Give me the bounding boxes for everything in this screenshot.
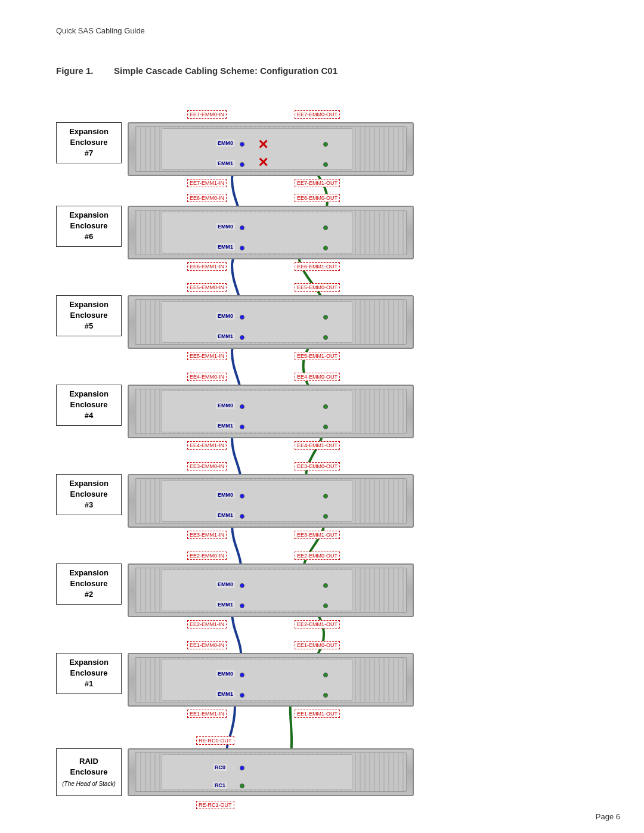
ee1-body: EMM0 EMM1 <box>128 653 414 707</box>
ee1-label: ExpansionEnclosure#1 <box>56 653 122 694</box>
ee2-label: ExpansionEnclosure#2 <box>56 563 122 605</box>
ee5-label: ExpansionEnclosure#5 <box>56 295 122 336</box>
raid-body: RC0 RC1 <box>128 748 414 796</box>
ee6-label: ExpansionEnclosure#6 <box>56 206 122 247</box>
figure-title: Simple Cascade Cabling Scheme: Configura… <box>114 66 338 76</box>
raid-label: RAIDEnclosure (The Head of Stack) <box>56 748 122 796</box>
ee5-body: EMM0 EMM1 <box>128 295 414 349</box>
ee3-body: EMM0 EMM1 <box>128 474 414 528</box>
ee7-body: EMM0 EMM1 ✕ ✕ <box>128 122 414 176</box>
ee2-body: EMM0 EMM1 <box>128 563 414 617</box>
figure-number: Figure 1. <box>56 66 94 76</box>
ee7-emm1-right-port <box>323 162 328 167</box>
ee4-label: ExpansionEnclosure#4 <box>56 385 122 426</box>
ee7-emm0-left-port <box>240 142 244 147</box>
figure-title-area: Figure 1. Simple Cascade Cabling Scheme:… <box>56 66 338 76</box>
ee7-x0: ✕ <box>258 137 268 153</box>
ee7-emm1-left-port <box>240 162 244 167</box>
diagram-area: EE7-EMM0-IN EE7-EMM0-OUT ExpansionEnclos… <box>56 92 588 814</box>
ee7-panel: EMM0 EMM1 ✕ ✕ <box>162 128 352 170</box>
page-number: Page 6 <box>596 812 620 821</box>
ee6-body: EMM0 EMM1 <box>128 206 414 259</box>
ee7-x1: ✕ <box>258 155 268 171</box>
header-title: Quick SAS Cabling Guide <box>56 26 145 35</box>
ee3-label: ExpansionEnclosure#3 <box>56 474 122 515</box>
ee7-emm0-right-port <box>323 142 328 147</box>
ee4-body: EMM0 EMM1 <box>128 385 414 438</box>
ee7-label: ExpansionEnclosure#7 <box>56 122 122 163</box>
